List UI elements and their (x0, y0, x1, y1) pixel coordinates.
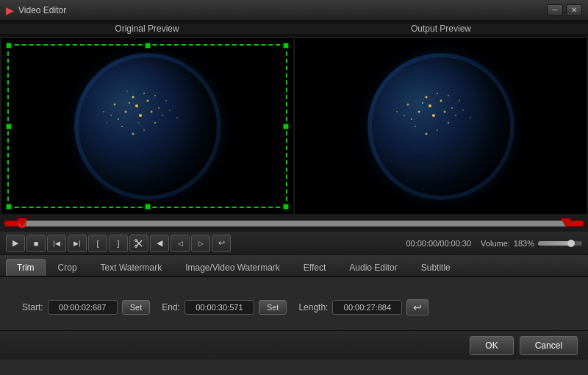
svg-point-20 (107, 122, 108, 124)
stop-button[interactable]: ■ (26, 235, 46, 252)
svg-point-23 (138, 122, 140, 124)
title-bar: ▶ Video Editor ─ ✕ (0, 0, 588, 21)
output-globe (368, 53, 514, 200)
svg-point-2 (129, 102, 130, 104)
rewind-left-button[interactable]: ◁ (171, 235, 190, 252)
end-set-button[interactable]: Set (259, 300, 287, 315)
prev-button[interactable]: ◀ (150, 235, 169, 252)
svg-point-31 (448, 95, 449, 96)
svg-point-40 (437, 129, 438, 131)
crop-handle-tc[interactable] (145, 43, 151, 49)
svg-point-33 (411, 118, 412, 120)
prev-frame-button[interactable]: |◀ (47, 235, 66, 252)
svg-point-17 (165, 100, 167, 101)
original-globe (74, 53, 221, 200)
mark-in-button[interactable]: [ (88, 235, 107, 252)
crop-handle-tl[interactable] (6, 43, 12, 49)
svg-point-0 (132, 96, 134, 98)
svg-point-47 (470, 117, 471, 118)
end-input[interactable] (184, 300, 254, 315)
crop-handle-tr[interactable] (283, 43, 289, 49)
start-group: Start: Set (22, 300, 150, 315)
reset-icon: ↩ (413, 301, 422, 313)
crop-handle-br[interactable] (283, 204, 289, 210)
trim-controls: Start: Set End: Set Length: 00:00:27:884… (22, 299, 566, 315)
volume-label: Volume: (481, 239, 510, 248)
city-lights-right (368, 53, 514, 200)
start-set-button[interactable]: Set (122, 300, 151, 315)
tab-image-video-watermark[interactable]: Image/Video Watermark (174, 259, 291, 276)
reset-button[interactable]: ↩ (406, 299, 429, 315)
svg-point-18 (169, 110, 171, 111)
tab-audio-editor[interactable]: Audio Editor (338, 259, 408, 276)
tab-text-watermark[interactable]: Text Watermark (90, 259, 173, 276)
svg-point-39 (425, 132, 427, 135)
svg-point-21 (176, 117, 178, 118)
length-label: Length: (298, 302, 328, 312)
cancel-button[interactable]: Cancel (520, 336, 578, 355)
end-group: End: Set (162, 300, 287, 315)
crop-handle-bc[interactable] (145, 204, 151, 210)
original-preview-panel (0, 37, 295, 215)
svg-point-19 (103, 111, 104, 113)
crop-handle-mr[interactable] (283, 124, 289, 129)
forward-right-button[interactable]: ▷ (191, 235, 210, 252)
length-group: Length: 00:00:27:884 ↩ (298, 299, 429, 315)
volume-slider[interactable] (538, 241, 582, 246)
svg-point-11 (162, 115, 163, 116)
cut-button[interactable] (129, 235, 148, 252)
svg-point-45 (396, 111, 398, 113)
svg-point-24 (126, 90, 128, 92)
svg-point-14 (143, 129, 145, 131)
tab-trim[interactable]: Trim (6, 259, 46, 276)
output-preview-label: Output Preview (294, 24, 588, 34)
start-input[interactable] (48, 300, 118, 315)
volume-knob[interactable] (567, 240, 575, 247)
svg-point-25 (76, 55, 219, 198)
svg-point-4 (146, 99, 148, 101)
svg-point-12 (121, 126, 123, 127)
time-display: 00:00:00/00:00:30 (406, 239, 471, 248)
title-text: Video Editor (18, 5, 547, 15)
crop-handle-ml[interactable] (6, 124, 12, 129)
volume-area: 00:00:00/00:00:30 Volume: 183% (406, 239, 582, 248)
svg-point-15 (110, 115, 112, 116)
svg-point-30 (440, 99, 442, 101)
close-button[interactable]: ✕ (566, 4, 582, 16)
tab-effect[interactable]: Effect (293, 259, 337, 276)
svg-point-7 (118, 118, 119, 120)
original-preview-label: Original Preview (0, 24, 294, 34)
svg-point-34 (432, 114, 435, 117)
timeline-track[interactable] (4, 221, 584, 226)
tab-subtitle[interactable]: Subtitle (410, 259, 462, 276)
play-button[interactable]: ▶ (6, 235, 25, 252)
svg-point-35 (443, 110, 445, 113)
svg-point-43 (459, 100, 460, 101)
original-earth (1, 38, 293, 214)
app-icon: ▶ (6, 4, 14, 16)
mark-out-button[interactable]: ] (109, 235, 128, 252)
minimize-button[interactable]: ─ (547, 4, 563, 16)
svg-point-3 (135, 104, 138, 107)
ok-button[interactable]: OK (470, 336, 513, 355)
svg-point-41 (404, 115, 405, 116)
city-lights-left (74, 53, 221, 200)
end-label: End: (162, 302, 180, 312)
svg-point-32 (417, 110, 420, 113)
start-marker[interactable] (17, 218, 27, 227)
output-earth (295, 38, 587, 214)
svg-point-29 (429, 104, 431, 107)
tab-crop[interactable]: Crop (47, 259, 88, 276)
svg-point-22 (154, 121, 155, 123)
svg-point-16 (113, 103, 115, 105)
timeline-slider[interactable] (0, 215, 588, 232)
length-value: 00:00:27:884 (332, 300, 402, 315)
end-marker[interactable] (561, 218, 571, 227)
undo-button[interactable]: ↩ (212, 235, 231, 252)
svg-point-48 (370, 55, 512, 198)
crop-handle-bl[interactable] (6, 204, 12, 210)
svg-point-27 (437, 93, 438, 94)
toolbar: ▶ ■ |◀ ▶| [ ] ◀ ◁ ▷ ↩ 00:00:00/00:00:30 … (0, 232, 588, 255)
next-frame-button[interactable]: ▶| (68, 235, 87, 252)
bottom-bar: OK Cancel (0, 330, 588, 360)
